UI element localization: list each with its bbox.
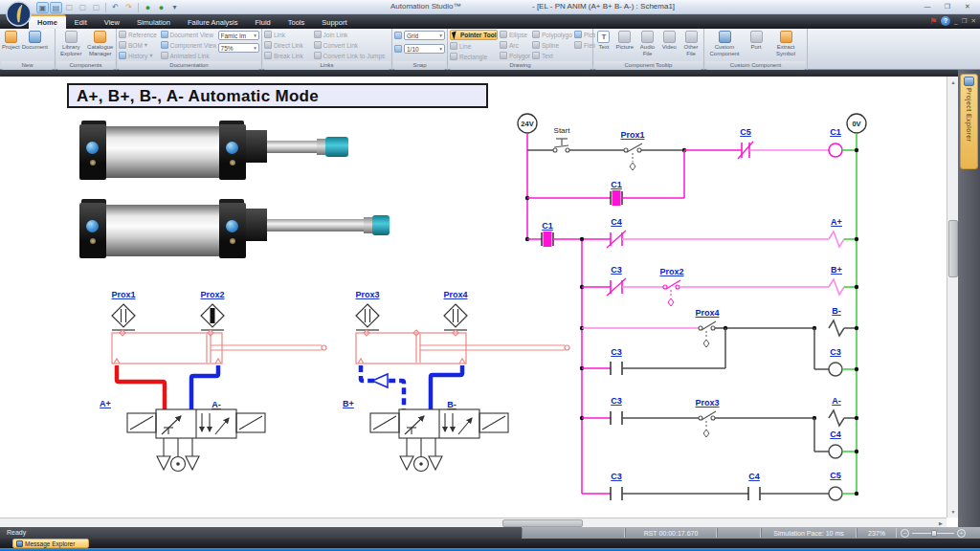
break-link-button[interactable]: Break Link [264, 51, 312, 60]
prox1-sensor[interactable]: Prox1 [111, 290, 135, 330]
valve-b-5-2[interactable] [370, 409, 508, 472]
text-tool-button[interactable]: Text [532, 51, 572, 60]
horizontal-scroll-thumb[interactable] [502, 519, 583, 527]
qat-save-icon[interactable]: ▣ [36, 2, 49, 13]
hose-a-plus-pressurized[interactable] [117, 365, 165, 409]
direct-link-button[interactable]: Direct Link [264, 40, 312, 50]
zoom-level-combo[interactable]: 75%▾ [218, 43, 259, 53]
document-view-button[interactable]: Document View [161, 30, 216, 39]
polygon-button[interactable]: Polygon [500, 51, 530, 60]
convert-link-button[interactable]: Convert Link [314, 40, 390, 50]
return-rail-0v[interactable]: 0V [847, 114, 866, 494]
arc-button[interactable]: Arc [500, 40, 530, 50]
a-minus-solenoid-output[interactable]: A- [829, 396, 844, 426]
line-button[interactable]: Line [450, 41, 498, 51]
help-icon[interactable]: ? [941, 16, 950, 26]
zoom-slider-track[interactable] [912, 533, 954, 534]
qat-open-icon[interactable]: ▢ [77, 2, 89, 13]
c3-nc-contact[interactable]: C3 [607, 265, 626, 296]
image-bank-combo[interactable]: Famic Im▾ [218, 31, 259, 40]
grid-combo[interactable]: Grid▾ [404, 31, 445, 40]
hose-b-plus-flow-animated[interactable] [361, 365, 404, 409]
redo-icon[interactable]: ↷ [122, 2, 135, 13]
field-button[interactable]: Field [574, 40, 595, 50]
polypolygon-button[interactable]: Polypolygon [532, 30, 572, 39]
schematic-canvas[interactable]: A+, B+, B-, A- Automatic Mode [0, 77, 947, 518]
c3-no-contact-3[interactable]: C3 [611, 472, 622, 500]
c3-no-contact-2[interactable]: C3 [611, 396, 622, 425]
zoom-out-icon[interactable]: − [901, 529, 909, 538]
prox2-sensor-active[interactable]: Prox2 [200, 290, 224, 330]
component-view-button[interactable]: Component View [161, 40, 216, 50]
convert-link-to-jumps-button[interactable]: Convert Link to Jumps [314, 51, 390, 60]
link-button[interactable]: Link [264, 30, 312, 39]
join-link-button[interactable]: Join Link [314, 30, 390, 39]
flag-icon[interactable]: ⚑ [929, 16, 937, 26]
c1-coil[interactable]: C1 [829, 127, 842, 157]
bom-button[interactable]: BOM▾ [119, 40, 159, 50]
cylinder-photo-extended[interactable] [79, 121, 367, 182]
app-logo-icon[interactable] [6, 1, 32, 27]
doc-minimize-icon[interactable]: _ [954, 16, 958, 26]
catalogue-manager-button[interactable]: Catalogue Manager [87, 30, 115, 56]
maximize-button[interactable]: ❐ [939, 1, 956, 12]
simulation-run-icon[interactable]: ● [142, 2, 154, 13]
message-explorer-button[interactable]: Message Explorer [12, 539, 89, 548]
valve-a-5-2[interactable] [127, 409, 265, 472]
prox1-contact[interactable]: Prox1 [620, 130, 644, 170]
zoom-slider-thumb[interactable] [931, 530, 937, 537]
picture-tool-button[interactable]: Picture [574, 30, 595, 39]
doc-restore-icon[interactable]: ❐ [962, 16, 968, 26]
b-minus-solenoid-output[interactable]: B- [829, 306, 844, 336]
doc-close-icon[interactable]: ✕ [971, 16, 976, 26]
qat-new-icon[interactable]: ▢ [63, 2, 76, 13]
vertical-scrollbar[interactable]: ▲ ▼ [947, 77, 958, 518]
horizontal-scrollbar[interactable]: ▶ [0, 518, 947, 527]
close-button[interactable]: ✕ [959, 1, 976, 12]
tooltip-text-button[interactable]: T Text [595, 30, 612, 51]
tooltip-video-button[interactable]: Video [659, 30, 679, 51]
tooltip-picture-button[interactable]: Picture [614, 30, 635, 51]
spline-button[interactable]: Spline [532, 40, 572, 50]
qat-print-icon[interactable]: ▢ [90, 2, 102, 13]
c4-no-contact[interactable]: C4 [748, 472, 760, 500]
c4-nc-contact[interactable]: C4 [607, 217, 626, 248]
reference-button[interactable]: Reference [119, 30, 159, 39]
document-button[interactable]: Document [22, 30, 48, 51]
prox4-sensor[interactable]: Prox4 [443, 290, 467, 330]
zoom-in-icon[interactable]: + [957, 529, 966, 538]
tab-simulation[interactable]: Simulation [128, 16, 179, 29]
prox3-sensor[interactable]: Prox3 [355, 290, 379, 330]
schema-title-box[interactable]: A+, B+, B-, A- Automatic Mode [67, 83, 488, 108]
project-explorer-tab[interactable]: Project Explorer [960, 74, 978, 169]
extract-symbol-button[interactable]: Extract Symbol [769, 30, 802, 56]
rectangle-button[interactable]: Rectangle [450, 52, 498, 61]
supply-rail-24v[interactable]: 24V [518, 114, 537, 239]
c3-no-contact-seal[interactable]: C3 [611, 347, 622, 375]
qat-customize-icon[interactable]: ▾ [168, 2, 181, 13]
tab-home[interactable]: Home [29, 14, 66, 29]
tab-edit[interactable]: Edit [66, 16, 96, 29]
tooltip-other-file-button[interactable]: Other File [680, 30, 702, 56]
simulation-stop-icon[interactable]: ● [155, 2, 167, 13]
tab-fluid[interactable]: Fluid [246, 16, 278, 29]
tab-tools[interactable]: Tools [279, 16, 314, 29]
tooltip-audio-file-button[interactable]: Audio File [637, 30, 658, 56]
minimize-button[interactable]: — [919, 1, 936, 12]
cylinder-a-symbol[interactable] [112, 330, 326, 364]
status-simulation-pace[interactable]: Simulation Pace: 10 ms [761, 528, 857, 538]
tab-support[interactable]: Support [313, 16, 355, 29]
library-explorer-button[interactable]: Library Explorer [57, 30, 85, 56]
history-button[interactable]: History▾ [119, 51, 159, 60]
c4-coil[interactable]: C4 [829, 430, 842, 458]
c1-contact-energized[interactable]: C1 [611, 180, 622, 206]
c3-coil[interactable]: C3 [829, 347, 842, 376]
qat-library-icon[interactable]: ▤ [50, 2, 62, 13]
start-pushbutton-contact[interactable]: Start [553, 126, 570, 152]
tab-failure-analysis[interactable]: Failure Analysis [179, 16, 247, 29]
project-button[interactable]: Project [2, 30, 20, 51]
snap-step-combo[interactable]: 1/10▾ [404, 44, 445, 54]
custom-component-button[interactable]: Custom Component [706, 30, 743, 56]
ellipse-button[interactable]: Ellipse [500, 30, 530, 39]
cylinder-photo-mid-stroke[interactable] [79, 199, 367, 260]
